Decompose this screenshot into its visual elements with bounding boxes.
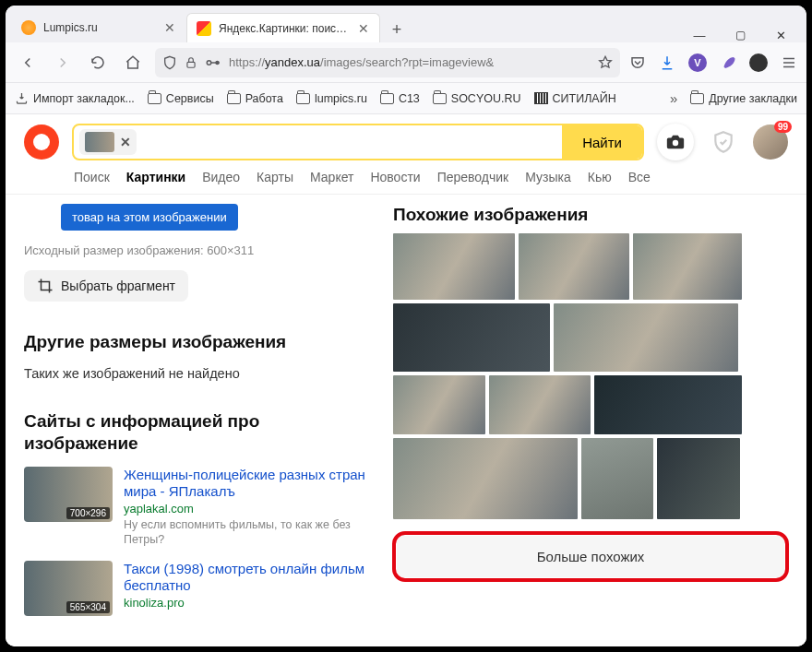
search-bar: ✕ Найти xyxy=(72,124,644,160)
similar-image[interactable] xyxy=(393,438,578,519)
bookmark-item[interactable]: Импорт закладок... xyxy=(15,91,135,105)
bookmarks-overflow[interactable]: » xyxy=(670,90,677,106)
browser-tab-bar: Lumpics.ru ✕ Яндекс.Картинки: поиск по и… xyxy=(6,6,806,42)
site-host: kinoliza.pro xyxy=(124,596,375,610)
site-snippet: Ну если вспомнить фильмы, то как же без … xyxy=(124,518,375,547)
svg-point-3 xyxy=(673,140,678,146)
bookmark-item[interactable]: Работа xyxy=(227,92,283,105)
site-title[interactable]: Женщины-полицейские разных стран мира - … xyxy=(124,467,375,500)
resolution-badge: 565×304 xyxy=(66,601,110,613)
similar-image[interactable] xyxy=(657,438,740,519)
pocket-icon[interactable] xyxy=(629,54,646,71)
browser-tab[interactable]: Яндекс.Картинки: поиск по и ✕ xyxy=(186,13,380,42)
similar-image[interactable] xyxy=(489,375,591,434)
folder-icon xyxy=(380,93,394,104)
address-bar[interactable]: https://yandex.ua/images/search?rpt=imag… xyxy=(155,48,620,77)
similar-image[interactable] xyxy=(519,233,629,300)
search-input[interactable] xyxy=(137,125,562,159)
similar-image[interactable] xyxy=(554,303,738,372)
favicon-icon xyxy=(197,21,211,36)
url-text: https://yandex.ua/images/search?rpt=imag… xyxy=(229,55,591,69)
other-sizes-heading: Другие размеры изображения xyxy=(24,331,375,353)
other-sizes-none: Таких же изображений не найдено xyxy=(24,366,375,381)
similar-image[interactable] xyxy=(594,375,742,434)
svg-point-1 xyxy=(207,60,211,65)
site-thumbnail: 565×304 xyxy=(24,561,113,616)
tab-music[interactable]: Музыка xyxy=(525,170,571,184)
page-content: ✕ Найти 99 Поиск Картинки Видео Карты Ма… xyxy=(6,114,806,646)
similar-image[interactable] xyxy=(393,375,485,434)
ublock-icon[interactable] xyxy=(749,53,768,72)
similar-image[interactable] xyxy=(393,303,550,372)
lock-icon xyxy=(185,56,197,69)
crop-icon xyxy=(37,278,54,294)
camera-search-button[interactable] xyxy=(657,124,694,160)
tab-market[interactable]: Маркет xyxy=(310,170,353,184)
tab-q[interactable]: Кью xyxy=(588,170,612,184)
folder-icon xyxy=(433,93,447,104)
window-minimize-button[interactable]: — xyxy=(690,29,709,42)
bookmark-item[interactable]: SOCYOU.RU xyxy=(433,92,521,105)
folder-icon xyxy=(690,93,704,104)
similar-image[interactable] xyxy=(393,233,515,300)
site-title[interactable]: Такси (1998) смотреть онлайн фильм беспл… xyxy=(124,561,375,594)
similar-image[interactable] xyxy=(633,233,742,300)
other-bookmarks[interactable]: Другие закладки xyxy=(690,92,797,105)
notification-badge: 99 xyxy=(774,121,792,133)
browser-tab[interactable]: Lumpics.ru ✕ xyxy=(11,13,186,42)
crop-button[interactable]: Выбрать фрагмент xyxy=(24,270,188,302)
download-icon[interactable] xyxy=(659,54,675,71)
folder-icon xyxy=(296,93,310,104)
original-size-text: Исходный размер изображения: 600×311 xyxy=(24,243,375,257)
tab-title: Lumpics.ru xyxy=(43,21,156,34)
tab-translate[interactable]: Переводчик xyxy=(437,170,509,184)
feather-icon[interactable] xyxy=(720,54,736,71)
user-avatar[interactable]: 99 xyxy=(753,124,788,160)
bookmark-item[interactable]: СИТИЛАЙН xyxy=(534,92,616,105)
window-close-button[interactable]: ✕ xyxy=(771,29,790,42)
forward-button[interactable] xyxy=(50,50,76,76)
shield-icon xyxy=(162,55,177,70)
folder-icon xyxy=(227,93,241,104)
reload-button[interactable] xyxy=(85,50,111,76)
svg-rect-0 xyxy=(187,62,195,67)
tab-news[interactable]: Новости xyxy=(370,170,420,184)
tab-images[interactable]: Картинки xyxy=(126,170,185,184)
protect-icon[interactable] xyxy=(707,125,740,159)
sites-heading: Сайты с информацией про изображение xyxy=(24,410,375,455)
hamburger-menu-icon[interactable] xyxy=(781,54,797,71)
window-maximize-button[interactable]: ▢ xyxy=(731,29,749,42)
permissions-icon[interactable] xyxy=(205,56,221,69)
site-result[interactable]: 565×304 Такси (1998) смотреть онлайн фил… xyxy=(24,561,375,616)
yandex-service-tabs: Поиск Картинки Видео Карты Маркет Новост… xyxy=(6,166,806,195)
chip-thumbnail xyxy=(85,132,114,152)
site-result[interactable]: 700×296 Женщины-полицейские разных стран… xyxy=(24,467,375,547)
site-icon xyxy=(534,92,548,104)
tab-search[interactable]: Поиск xyxy=(74,170,110,184)
home-button[interactable] xyxy=(120,50,146,76)
site-thumbnail: 700×296 xyxy=(24,467,113,522)
extension-v-icon[interactable]: V xyxy=(688,53,707,72)
search-button[interactable]: Найти xyxy=(562,125,642,159)
resolution-badge: 700×296 xyxy=(66,507,110,519)
tab-video[interactable]: Видео xyxy=(202,170,240,184)
bookmark-item[interactable]: lumpics.ru xyxy=(296,92,367,105)
bookmark-item[interactable]: Сервисы xyxy=(148,92,214,105)
more-similar-button[interactable]: Больше похожих xyxy=(397,536,784,577)
back-button[interactable] xyxy=(15,50,41,76)
new-tab-button[interactable]: + xyxy=(384,17,410,42)
close-tab-icon[interactable]: ✕ xyxy=(163,21,176,34)
yandex-logo[interactable] xyxy=(24,124,59,160)
bookmarks-bar: Импорт закладок... Сервисы Работа lumpic… xyxy=(6,83,806,114)
tab-all[interactable]: Все xyxy=(628,170,651,184)
close-tab-icon[interactable]: ✕ xyxy=(357,22,370,35)
bookmark-star-icon[interactable] xyxy=(598,55,613,70)
bookmark-item[interactable]: C13 xyxy=(380,92,420,105)
product-on-image-chip[interactable]: товар на этом изображении xyxy=(61,204,238,231)
address-toolbar: https://yandex.ua/images/search?rpt=imag… xyxy=(6,42,806,83)
similar-image[interactable] xyxy=(581,438,653,519)
search-image-chip[interactable]: ✕ xyxy=(79,129,137,155)
favicon-icon xyxy=(21,20,36,35)
chip-remove-icon[interactable]: ✕ xyxy=(120,135,131,149)
tab-maps[interactable]: Карты xyxy=(257,170,293,184)
